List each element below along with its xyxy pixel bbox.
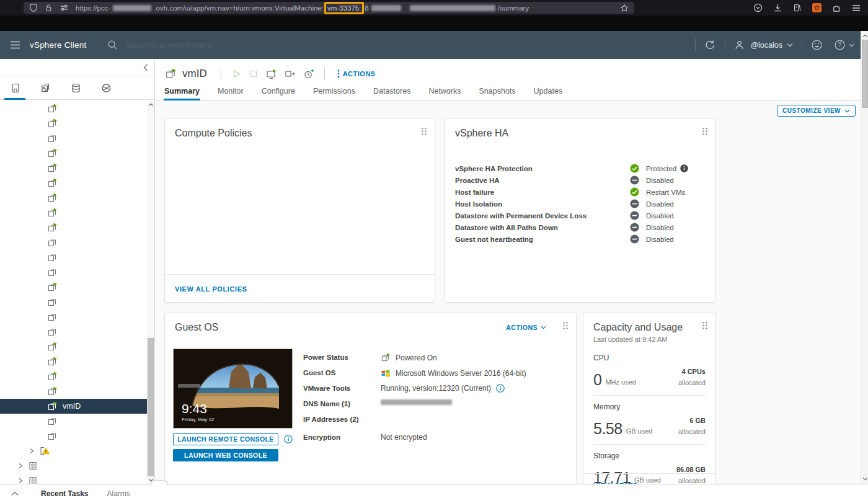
- taskbar-tab-alarms[interactable]: Alarms: [107, 489, 130, 498]
- scrollbar-thumb[interactable]: [862, 40, 868, 108]
- extensions-puzzle-icon[interactable]: [832, 3, 841, 12]
- info-icon[interactable]: [284, 435, 293, 443]
- tree-row-vm[interactable]: [0, 369, 147, 384]
- tree-row-selected-vm[interactable]: vmID: [0, 399, 147, 414]
- tree-row-vm[interactable]: [0, 205, 147, 220]
- capacity-used-value: 5.58: [593, 421, 622, 437]
- vm-powered-on-icon: [47, 104, 58, 114]
- guest-field-label: IP Addresses (2): [303, 414, 381, 423]
- ha-status-text: Protected: [646, 164, 706, 172]
- help-menu[interactable]: ?: [834, 39, 854, 51]
- tree-row-vm[interactable]: [0, 146, 147, 161]
- tree-row-vm[interactable]: [0, 131, 147, 146]
- tree-row-host-warning[interactable]: [0, 443, 147, 458]
- downloads-icon[interactable]: [773, 3, 782, 12]
- inventory-tab-storage[interactable]: [67, 76, 84, 100]
- drag-handle-icon[interactable]: [421, 127, 427, 136]
- lock-icon[interactable]: [45, 3, 53, 12]
- menu-hamburger-icon[interactable]: [852, 4, 861, 12]
- tree-row-vm[interactable]: [0, 161, 147, 176]
- tab-permissions[interactable]: Permissions: [312, 84, 356, 100]
- inventory-tab-hosts-and-clusters[interactable]: [6, 76, 24, 100]
- scroll-down-icon[interactable]: [862, 475, 868, 483]
- expand-chevron-right-icon[interactable]: [17, 478, 24, 484]
- bookmark-star-icon[interactable]: [620, 4, 629, 12]
- app-menu-hamburger-icon[interactable]: [10, 41, 20, 49]
- guest-field-row: EncryptionNot encrypted: [303, 432, 566, 444]
- expand-panel-chevron-up-icon[interactable]: [11, 491, 19, 496]
- tab-updates[interactable]: Updates: [533, 84, 564, 100]
- power-off-button[interactable]: [249, 69, 259, 79]
- tree-row-vm[interactable]: [0, 190, 147, 205]
- drag-handle-icon[interactable]: [702, 127, 708, 136]
- sidebar-scrollbar[interactable]: [147, 101, 154, 484]
- launch-remote-console-button[interactable]: LAUNCH REMOTE CONSOLE: [173, 433, 278, 445]
- pocket-icon[interactable]: [753, 3, 763, 12]
- tree-row-vm[interactable]: [0, 176, 147, 190]
- drag-handle-icon[interactable]: [562, 321, 569, 330]
- tab-monitor[interactable]: Monitor: [217, 84, 244, 100]
- launch-console-button[interactable]: [266, 69, 277, 79]
- panel-drag-handle[interactable]: [151, 480, 168, 485]
- tree-row-vm[interactable]: [0, 295, 147, 309]
- collapse-sidebar-icon[interactable]: [143, 64, 148, 71]
- tree-row-vm[interactable]: [0, 429, 147, 443]
- tree-row-vm[interactable]: [0, 280, 147, 295]
- extension-gear-icon[interactable]: [812, 3, 822, 12]
- tree-row-vm[interactable]: [0, 101, 147, 116]
- scroll-up-icon[interactable]: [862, 32, 868, 40]
- drag-handle-icon[interactable]: [702, 321, 708, 330]
- tab-summary[interactable]: Summary: [164, 84, 200, 100]
- tree-row-vm[interactable]: [0, 309, 147, 324]
- tree-row-vm[interactable]: [0, 265, 147, 280]
- url-redacted-segment: [410, 5, 495, 11]
- tree-row-vm[interactable]: [0, 324, 147, 339]
- info-icon[interactable]: [680, 164, 688, 172]
- permissions-sliders-icon[interactable]: [60, 3, 69, 12]
- tree-row-datacenter[interactable]: [0, 473, 147, 484]
- refresh-icon[interactable]: [704, 39, 716, 51]
- tree-row-vm[interactable]: [0, 354, 147, 369]
- guest-os-actions-button[interactable]: ACTIONS: [506, 324, 546, 331]
- tree-row-vm[interactable]: [0, 250, 147, 265]
- expand-chevron-right-icon[interactable]: [17, 463, 24, 469]
- scrollbar-thumb[interactable]: [148, 338, 154, 476]
- tree-row-vm[interactable]: [0, 220, 147, 235]
- snapshot-button[interactable]: [303, 69, 314, 79]
- url-bar[interactable]: https://pcc-.ovh.com/ui/app/vm:nav=h/urn…: [24, 2, 634, 14]
- power-on-button[interactable]: [231, 69, 241, 79]
- tab-datastores[interactable]: Datastores: [373, 84, 411, 100]
- tree-row-vm[interactable]: [0, 414, 147, 429]
- vm-powered-on-icon: [47, 193, 58, 203]
- feedback-smiley-icon[interactable]: [811, 39, 823, 51]
- vm-powered-on-icon: [47, 282, 58, 292]
- tree-row-vm[interactable]: [0, 116, 147, 131]
- host-warning-icon: [39, 446, 50, 456]
- library-icon[interactable]: [793, 3, 802, 12]
- tree-row-vm[interactable]: [0, 384, 147, 399]
- taskbar-tab-recent-tasks[interactable]: Recent Tasks: [41, 489, 88, 498]
- user-menu[interactable]: @localos: [734, 40, 793, 50]
- customize-view-button[interactable]: CUSTOMIZE VIEW: [777, 105, 856, 117]
- tab-configure[interactable]: Configure: [261, 84, 296, 100]
- ha-setting-label: Host Isolation: [455, 200, 630, 208]
- tab-snapshots[interactable]: Snapshots: [479, 84, 516, 100]
- vm-actions-button[interactable]: ACTIONS: [337, 69, 376, 78]
- view-all-policies-link[interactable]: VIEW ALL POLICIES: [175, 285, 247, 293]
- launch-web-console-button[interactable]: LAUNCH WEB CONSOLE: [173, 449, 278, 461]
- vm-console-thumbnail[interactable]: 9:43 Friday, May 12: [173, 349, 293, 429]
- migrate-button[interactable]: [285, 69, 296, 79]
- tab-networks[interactable]: Networks: [428, 84, 461, 100]
- page-scrollbar[interactable]: [861, 31, 868, 484]
- global-search[interactable]: Search in all environments: [107, 40, 213, 50]
- tracking-shield-icon[interactable]: [29, 3, 38, 12]
- inventory-tab-networking[interactable]: [97, 76, 115, 100]
- tree-row-vm[interactable]: [0, 235, 147, 250]
- scroll-up-icon[interactable]: [148, 101, 154, 109]
- card-footer: VIEW STATS: [583, 473, 715, 484]
- expand-chevron-right-icon[interactable]: [29, 448, 35, 454]
- tree-row-datacenter[interactable]: [0, 458, 147, 473]
- info-icon[interactable]: [496, 384, 505, 393]
- tree-row-vm[interactable]: [0, 339, 147, 354]
- inventory-tab-vms-and-templates[interactable]: [37, 76, 54, 100]
